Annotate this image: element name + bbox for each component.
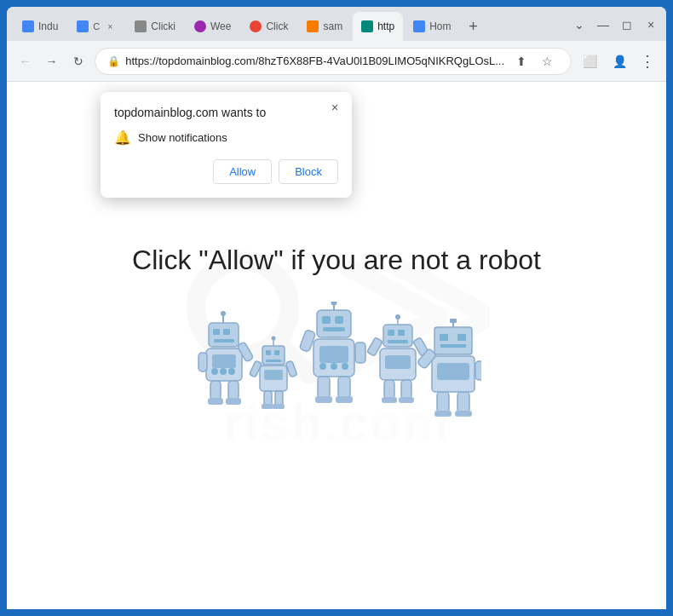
tab-4[interactable]: Wee: [186, 12, 239, 41]
svg-rect-65: [440, 334, 448, 341]
block-button[interactable]: Block: [279, 159, 338, 184]
tab-favicon-4: [194, 20, 206, 32]
svg-rect-49: [336, 396, 353, 403]
svg-rect-17: [208, 398, 223, 405]
svg-rect-45: [355, 343, 365, 363]
tab-close-2[interactable]: ×: [104, 20, 116, 32]
svg-rect-40: [319, 346, 348, 363]
tab-2[interactable]: C ×: [68, 12, 124, 41]
svg-point-55: [395, 314, 400, 320]
maximize-button[interactable]: ◻: [618, 16, 636, 33]
svg-rect-73: [475, 361, 481, 380]
svg-rect-15: [210, 381, 221, 400]
extensions-icon[interactable]: ⬜: [578, 49, 601, 73]
svg-rect-60: [384, 380, 394, 399]
robots-illustration: [192, 302, 481, 446]
svg-point-10: [211, 368, 218, 375]
tab-label-2: C: [93, 21, 100, 32]
tab-favicon-8: [413, 20, 425, 32]
tab-indu[interactable]: Indu: [14, 12, 66, 41]
bookmark-icon[interactable]: ☆: [535, 49, 559, 73]
svg-rect-63: [399, 397, 414, 403]
tab-8[interactable]: Hom: [405, 12, 459, 41]
refresh-button[interactable]: ↻: [68, 51, 88, 72]
svg-rect-74: [437, 392, 449, 412]
svg-rect-3: [213, 329, 220, 335]
tab-favicon-1: [22, 20, 34, 32]
svg-point-42: [331, 363, 337, 370]
popup-permission-row: 🔔 Show notifications: [114, 130, 338, 146]
svg-rect-33: [317, 310, 351, 337]
svg-rect-75: [457, 392, 469, 412]
tab-5[interactable]: Click: [241, 12, 296, 41]
svg-point-24: [272, 337, 276, 341]
tab-favicon-3: [135, 20, 147, 32]
svg-rect-9: [212, 354, 236, 368]
svg-rect-62: [382, 397, 397, 403]
tab-label-4: Wee: [210, 20, 231, 32]
tab-label-7: http: [377, 20, 394, 32]
tab-bar: Indu C × Clicki Wee Click sam: [7, 7, 666, 41]
svg-rect-29: [264, 391, 272, 406]
svg-point-43: [342, 363, 348, 370]
svg-rect-52: [398, 330, 405, 336]
svg-point-7: [221, 311, 226, 316]
forward-button[interactable]: →: [42, 51, 61, 72]
svg-rect-20: [266, 350, 271, 355]
browser-window: Indu C × Clicki Wee Click sam: [7, 7, 666, 609]
svg-rect-47: [338, 377, 350, 398]
svg-rect-36: [323, 327, 345, 331]
allow-button[interactable]: Allow: [213, 159, 272, 184]
svg-rect-32: [273, 404, 285, 409]
new-tab-button[interactable]: +: [463, 16, 483, 37]
tab-favicon-5: [250, 20, 262, 32]
svg-rect-61: [401, 380, 411, 399]
tab-3[interactable]: Clicki: [126, 12, 184, 41]
tab-label-8: Hom: [429, 20, 451, 32]
popup-close-button[interactable]: ×: [326, 99, 343, 116]
tab-label-5: Click: [266, 20, 288, 32]
profile-icon[interactable]: 👤: [608, 49, 631, 73]
minimize-button[interactable]: —: [595, 16, 612, 33]
svg-rect-66: [457, 334, 466, 341]
address-bar: ← → ↻ 🔒 https://topdomainblog.com/8hzT6X…: [7, 41, 666, 82]
permission-popup: × topdomainblog.com wants to 🔔 Show noti…: [101, 92, 352, 198]
page-content: rish.com Click "Allow" if you are not a …: [7, 82, 666, 609]
svg-rect-50: [383, 325, 412, 347]
svg-rect-26: [264, 370, 283, 380]
svg-rect-57: [385, 355, 411, 369]
popup-buttons: Allow Block: [114, 159, 338, 184]
permission-label: Show notifications: [138, 131, 227, 144]
svg-rect-64: [434, 327, 472, 354]
svg-rect-21: [274, 350, 279, 355]
back-button[interactable]: ←: [15, 51, 35, 72]
svg-rect-53: [388, 340, 408, 343]
tab-favicon-7: [361, 20, 373, 32]
svg-point-38: [331, 302, 337, 306]
window-controls: ⌄ — ◻ ×: [571, 16, 659, 37]
svg-rect-51: [388, 330, 394, 336]
svg-rect-67: [440, 344, 466, 348]
bell-icon: 🔔: [114, 130, 131, 146]
address-input[interactable]: 🔒 https://topdomainblog.com/8hzT6X88FB-4…: [95, 48, 572, 75]
menu-button[interactable]: ⋮: [638, 51, 658, 72]
tab-favicon-6: [307, 20, 319, 32]
tab-7-active[interactable]: http: [353, 12, 403, 41]
svg-point-41: [319, 363, 326, 370]
address-icons: ⬆ ☆: [509, 49, 559, 73]
chevron-down-icon[interactable]: ⌄: [571, 16, 588, 33]
lock-icon: 🔒: [107, 55, 120, 67]
robot-text: Click "Allow" if you are not a robot: [132, 245, 541, 276]
svg-rect-76: [434, 411, 452, 417]
svg-rect-77: [455, 411, 472, 417]
svg-rect-46: [318, 377, 330, 398]
share-icon[interactable]: ⬆: [509, 49, 533, 73]
close-button[interactable]: ×: [642, 16, 659, 33]
robots-svg: [192, 302, 481, 446]
svg-point-11: [220, 368, 227, 375]
svg-rect-35: [335, 316, 343, 324]
svg-rect-31: [262, 404, 273, 409]
svg-rect-48: [315, 396, 332, 403]
svg-rect-30: [275, 391, 283, 406]
tab-6[interactable]: sam: [298, 12, 351, 41]
